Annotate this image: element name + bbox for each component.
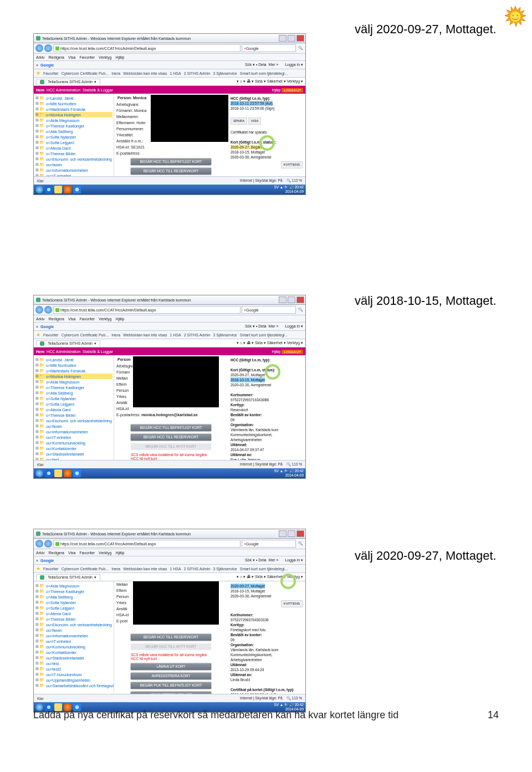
admin-navbar[interactable]: Hem HCC Administration Statistik & Logga… <box>34 86 305 94</box>
tree-panel[interactable]: ⊞📁o=Landst. Jämtl ⊞📁o=Mitt Norrbotten ⊞📁… <box>34 94 114 188</box>
btn-visa[interactable]: VISA <box>248 117 262 125</box>
window-title: TeliaSonera SITHS Admin - Windows Intern… <box>42 37 191 40</box>
screenshot-2: TeliaSonera SITHS Admin - Windows Intern… <box>33 295 306 479</box>
btn-hcc-befintligt[interactable]: BEGÄR HCC TILL BEFINTLIGT KORT <box>131 159 211 165</box>
btn-puk[interactable]: BEGÄR PUK TILL BEFINTLIGT KORT <box>131 682 211 689</box>
search-provider[interactable]: × Google <box>242 44 296 52</box>
forward-button[interactable] <box>44 44 52 52</box>
caption-2: välj 2018-10-15, Mottaget. <box>355 294 497 308</box>
svg-point-2 <box>513 15 514 17</box>
caption-1: välj 2020-09-27, Mottaget. <box>355 22 497 37</box>
menu-bar[interactable]: ArkivRedigeraVisaFavoriterVerktygHjälp <box>34 54 305 61</box>
highlight-circle <box>265 364 280 380</box>
sun-icon <box>504 6 526 28</box>
hcc-label: HCC (Giltigt t.o.m, typ): <box>231 96 270 100</box>
favorites-bar[interactable]: ★Favoriter Cybercom Certificate Pub...In… <box>34 69 305 78</box>
page-number: 14 <box>488 709 499 721</box>
caption-3: välj 2020-09-27, Mottaget. <box>355 549 497 563</box>
highlight-circle <box>259 135 275 151</box>
address-bar[interactable]: https://cve.trust.telia.com/CCAT/HccAdmi… <box>53 44 241 52</box>
taskbar[interactable]: SV ▲ 🏳 🔊 20:422014-04-09 <box>34 185 305 195</box>
redaction <box>133 581 219 625</box>
btn-hcc-reservkort[interactable]: BEGÄR HCC TILL RESERVKORT <box>131 168 211 175</box>
saved-text: Certifikatet har sparats <box>231 130 267 134</box>
browser-tab[interactable]: TeliaSonera SITHS Admin ▾ <box>36 79 100 85</box>
back-button[interactable] <box>35 44 43 52</box>
screenshot-3: TeliaSonera SITHS Admin - Windows Intern… <box>33 529 306 713</box>
btn-spara[interactable]: SPARA <box>231 117 247 125</box>
screenshot-1: TeliaSonera SITHS Admin - Windows Intern… <box>33 33 306 195</box>
svg-point-1 <box>510 11 521 22</box>
toolbar-right[interactable]: ▾ ⌂ ▾ 🖶 ▾ Sida ▾ Säkerhet ▾ Verktyg ▾ <box>237 79 303 84</box>
redaction <box>151 95 228 142</box>
logout-button[interactable]: LOGGA UT <box>282 88 303 93</box>
btn-kvittens[interactable]: KVITTENS <box>281 161 303 168</box>
highlight-circle <box>280 574 296 589</box>
footer-text: Ladda på nya certifikat på reservkort så… <box>33 709 398 721</box>
svg-point-3 <box>517 15 519 17</box>
tree-selected[interactable]: ⊞📁o=Monica Holmgren <box>35 112 112 117</box>
